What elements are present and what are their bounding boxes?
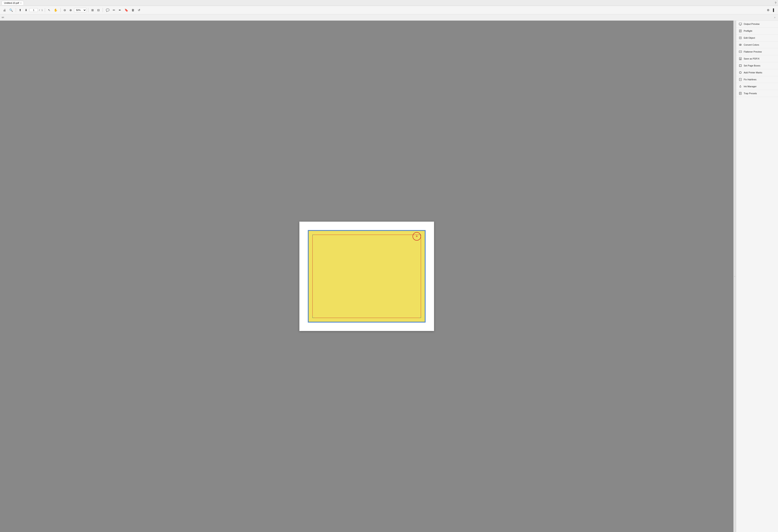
canvas-area[interactable] [0, 21, 733, 532]
select-tool-button[interactable]: ↖ [47, 8, 52, 13]
save-as-pdfx-label: Save as PDF/X [744, 58, 760, 60]
main-area: ‹ Output Preview Pre [0, 21, 778, 532]
panel-item-trap-presets[interactable]: Trap Presets [736, 90, 778, 97]
page-container [299, 221, 434, 331]
save-as-pdfx-icon [738, 57, 742, 60]
svg-rect-0 [739, 23, 742, 25]
title-bar: Untitled-10.pdf × ? [0, 0, 778, 6]
crop-mark-br [419, 316, 421, 318]
fix-hairlines-icon [738, 78, 742, 81]
main-toolbar: 🖨 🔍 ⬆ ⬇ / 1 ↖ ✋ ⊖ ⊕ 50% 75% 100% 125% 15… [0, 6, 778, 14]
separator-4 [88, 8, 88, 12]
svg-rect-16 [739, 65, 742, 67]
ink-manager-icon [738, 85, 742, 88]
edit-object-icon [738, 36, 742, 39]
help-button[interactable]: ? [775, 1, 776, 5]
set-page-boxes-label: Set Page Boxes [744, 64, 760, 67]
highlight-button[interactable]: ✏ [111, 8, 116, 13]
panel-item-ink-manager[interactable]: Ink Manager [736, 83, 778, 90]
dynamic-zoom-button[interactable]: ⊟ [96, 8, 101, 13]
zoom-in-button[interactable]: ⊕ [68, 8, 73, 13]
panel-item-add-printer-marks[interactable]: Add Printer Marks [736, 69, 778, 76]
panel-collapse-button[interactable]: ‹ [733, 21, 736, 532]
panel-item-edit-object[interactable]: Edit Object [736, 34, 778, 41]
output-preview-icon [738, 22, 742, 26]
marquee-zoom-button[interactable]: ⊞ [90, 8, 95, 13]
preflight-icon [738, 29, 742, 32]
total-pages: 1 [42, 9, 43, 11]
document-tab[interactable]: Untitled-10.pdf × [2, 1, 24, 5]
next-page-button[interactable]: ⬇ [23, 8, 28, 13]
panel-item-fix-hairlines[interactable]: Fix Hairlines [736, 76, 778, 83]
trap-presets-icon [738, 92, 742, 95]
secondary-right-button[interactable]: › [773, 15, 776, 19]
panel-item-output-preview[interactable]: Output Preview [736, 21, 778, 27]
output-preview-label: Output Preview [744, 23, 760, 25]
tab-title: Untitled-10.pdf [4, 2, 19, 4]
flattener-preview-icon [738, 50, 742, 54]
secondary-toolbar: on › [0, 14, 778, 21]
delete-button[interactable]: 🗑 [130, 8, 136, 13]
ink-manager-label: Ink Manager [744, 85, 757, 88]
annotation-label: on [2, 16, 4, 18]
undo-button[interactable]: ↺ [137, 8, 142, 13]
crop-mark-tr [419, 235, 421, 237]
comment-button[interactable]: 💬 [104, 8, 111, 13]
page-number-input[interactable] [29, 8, 38, 12]
draw-button[interactable]: ✒ [118, 8, 123, 13]
page-separator: / [39, 9, 40, 11]
zoom-out-button[interactable]: ⊖ [62, 8, 67, 13]
selection-border [308, 231, 425, 322]
find-button[interactable]: 🔍 [8, 8, 14, 13]
trap-presets-label: Trap Presets [744, 92, 757, 95]
pdf-page [308, 230, 425, 323]
separator-1 [16, 8, 16, 12]
svg-rect-18 [740, 72, 741, 73]
hand-tool-button[interactable]: ✋ [53, 8, 59, 13]
right-panel: Output Preview Preflight [736, 21, 778, 532]
fix-hairlines-label: Fix Hairlines [744, 78, 757, 81]
panel-toggle-button[interactable]: ▌ [772, 8, 776, 13]
separator-3 [60, 8, 61, 12]
collapse-icon: ‹ [734, 275, 735, 277]
add-printer-marks-icon [738, 71, 742, 74]
zoom-select[interactable]: 50% 75% 100% 125% 150% [74, 8, 86, 12]
add-printer-marks-label: Add Printer Marks [744, 71, 762, 74]
crosshair-circle [412, 232, 421, 241]
flattener-preview-label: Flattener Preview [744, 51, 762, 53]
print-button[interactable]: 🖨 [2, 8, 7, 13]
prev-page-button[interactable]: ⬆ [18, 8, 23, 13]
panel-item-set-page-boxes[interactable]: Set Page Boxes [736, 62, 778, 69]
crop-mark-bl [312, 316, 315, 318]
panel-item-preflight[interactable]: Preflight [736, 27, 778, 34]
crop-mark-tl [312, 235, 315, 237]
panel-item-flattener-preview[interactable]: Flattener Preview [736, 49, 778, 55]
preflight-label: Preflight [744, 30, 752, 32]
convert-colors-label: Convert Colors [744, 43, 759, 46]
edit-object-label: Edit Object [744, 36, 755, 39]
crop-box [312, 235, 421, 318]
settings-button[interactable]: ⚙ [766, 8, 771, 13]
set-page-boxes-icon [738, 64, 742, 67]
panel-item-save-as-pdfx[interactable]: Save as PDF/X [736, 55, 778, 62]
stamp-button[interactable]: 🔖 [123, 8, 129, 13]
convert-colors-icon [738, 43, 742, 47]
tab-close-button[interactable]: × [20, 2, 22, 4]
panel-item-convert-colors[interactable]: Convert Colors [736, 41, 778, 49]
svg-rect-17 [740, 65, 741, 66]
